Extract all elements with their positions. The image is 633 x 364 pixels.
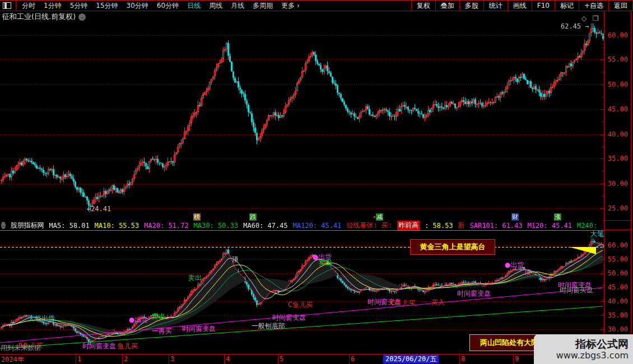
y-axis-label: 40.00 [608, 297, 628, 305]
y-axis-label: 50.00 [608, 269, 628, 277]
x-axis-gridline [169, 354, 169, 364]
x-axis-month-label: 3 [170, 355, 174, 363]
toolbar-action-button[interactable]: 多股 [459, 1, 483, 11]
x-axis-gridline [224, 354, 225, 364]
toolbar: 分时1分钟5分钟15分钟30分钟60分钟日线周线月线多周期更多 › 复权叠加多股… [0, 0, 633, 11]
indicator-value: SAR101: 61.43 [470, 222, 523, 230]
chart-title: 征和工业(日线.前复权) [2, 12, 76, 22]
toolbar-period-item[interactable]: 60分钟 [157, 1, 179, 11]
divider-badge: 跌 [249, 213, 257, 221]
toolbar-action-button[interactable]: F10 [532, 1, 555, 11]
y-axis-label: 30.00 [608, 180, 628, 188]
indicator-value: MA5: 58.01 [49, 222, 90, 230]
toolbar-action-button[interactable]: 叠加 [435, 1, 459, 11]
chart-annotation: C鱼儿买 [390, 298, 415, 308]
x-axis-gridline [459, 354, 460, 364]
toolbar-divider [16, 1, 16, 11]
toolbar-period-item[interactable]: 30分钟 [127, 1, 148, 11]
x-axis-gridline [349, 354, 350, 364]
toolbar-period-item[interactable]: 1分钟 [44, 1, 62, 11]
period-menu: 分时1分钟5分钟15分钟30分钟60分钟日线周线月线多周期更多 › [22, 1, 300, 11]
indicator-value: MA120: 45.41 [293, 222, 342, 230]
watermark-site-name: 指标公式网 [575, 338, 629, 350]
toolbar-period-item[interactable]: 多周期 [253, 1, 273, 11]
toolbar-action-button[interactable]: +自选 [579, 1, 608, 11]
chevron-down-icon[interactable]: ⌄ [78, 13, 86, 21]
low-price-label: ←24.41 [87, 205, 111, 213]
toolbar-action-button[interactable]: 画线 [508, 1, 532, 11]
annotation-box-text: 两山凹陷处有大阳 [480, 338, 538, 348]
toolbar-period-item[interactable]: 5分钟 [70, 1, 88, 11]
chart-annotation: 一般刨底部 [252, 321, 285, 331]
toolbar-period-item[interactable]: 更多 › [281, 1, 300, 11]
chart-annotation: 时间窗变盘 [82, 342, 116, 351]
indicator-value: MA60: 47.45 [243, 222, 287, 230]
diamond-icon[interactable]: ◇ [581, 15, 587, 22]
y-axis-label: 30.00 [608, 325, 628, 333]
indicator-value: 昨前高 [397, 221, 420, 230]
x-axis-gridline [122, 354, 123, 364]
y-axis-label: 60.00 [608, 31, 628, 39]
y-axis-label: 50.00 [608, 81, 628, 88]
toolbar-action-button[interactable]: 统计 [483, 1, 508, 11]
y-axis-label: 60.00 [608, 241, 628, 249]
x-axis-month-label: 6 [351, 355, 355, 363]
toolbar-period-item[interactable]: 分时 [22, 1, 35, 11]
x-axis-gridline [278, 354, 278, 364]
chart-annotation: 顶 [524, 268, 531, 277]
collapse-icon[interactable]: ⌄ [1, 222, 6, 229]
chart-annotation: 顶 [232, 255, 239, 264]
badge-marker [374, 216, 375, 218]
chart-annotation: 一再买 [152, 326, 172, 336]
x-axis-month-label: 2 [124, 355, 128, 363]
toolbar-period-item[interactable]: 月线 [231, 1, 244, 11]
watermark: 指标公式网 www.zbgs3.com [534, 334, 633, 364]
toolbar-action-button[interactable]: 返回 [608, 1, 633, 11]
toolbar-action-button[interactable]: 复权 [411, 1, 435, 11]
watermark-url: www.zbgs3.com [556, 350, 629, 361]
y-axis-label: 40.00 [608, 130, 628, 138]
annotation-box-text: 黄金三角上是望高台 [420, 242, 486, 252]
chart-annotation: 鱼儿买 [118, 342, 138, 351]
chart-annotation: 卖出 [152, 312, 165, 321]
chart-annotation: 时间窗变盘 [272, 313, 306, 323]
chart-annotation: C鱼儿买 [288, 300, 313, 310]
chart-annotation: 时间窗变盘 [457, 289, 491, 298]
x-axis-month-label: 9 [515, 355, 519, 363]
x-axis-month-label: 8 [461, 355, 465, 363]
divider-badge: 财 [511, 213, 519, 221]
indicator-value: : 58.53 [425, 222, 453, 230]
chart-annotation: 大笔 [590, 230, 604, 239]
window-layout-icon[interactable] [3, 2, 11, 9]
current-date-badge: 2025/06/20/五 [383, 354, 439, 363]
y-axis-label: 55.00 [608, 255, 628, 263]
toolbar-period-item[interactable]: 日线 [187, 1, 201, 11]
toolbar-action-button[interactable]: 标记 [555, 1, 579, 11]
indicator-value: MA20: 51.72 [144, 222, 188, 230]
chart-annotation: 买入 [431, 298, 445, 307]
y-axis-label: 45.00 [608, 283, 628, 291]
annotation-box-golden-triangle: 黄金三角上是望高台 [410, 239, 495, 255]
chart-annotation: 时间窗变盘 [182, 324, 216, 334]
site-label: 股朋指标网 [11, 221, 44, 230]
chart-annotation: ●出货 [129, 315, 148, 325]
price-charts-canvas[interactable] [0, 0, 633, 364]
title-row: 征和工业(日线.前复权) ⌄ [2, 12, 86, 22]
x-axis-gridline [76, 354, 76, 364]
chart-annotation: ●出货 [505, 260, 524, 270]
indicator-value: MA30: 50.33 [194, 222, 238, 230]
high-price-label: 62.45 → [561, 22, 589, 30]
x-axis-month-label: 5 [280, 355, 283, 363]
y-axis-label: 35.00 [608, 155, 628, 162]
divider-badge: 涨 [554, 213, 561, 221]
toolbar-period-item[interactable]: 15分钟 [96, 1, 118, 11]
divider-badge: 减 [376, 213, 383, 221]
chart-annotation: 卖出 [188, 273, 202, 283]
x-axis-month-label: 1 [77, 355, 81, 363]
indicator-bar: ⌄ 股朋指标网 MA5: 58.01MA10: 55.53MA20: 51.72… [1, 221, 602, 230]
x-axis-year-label: 2024年 [1, 355, 24, 364]
window-icon[interactable]: ❐ [593, 15, 599, 22]
toolbar-period-item[interactable]: 周线 [209, 1, 222, 11]
y-axis-label: 55.00 [608, 55, 628, 63]
x-axis-month-label: 4 [226, 355, 230, 363]
